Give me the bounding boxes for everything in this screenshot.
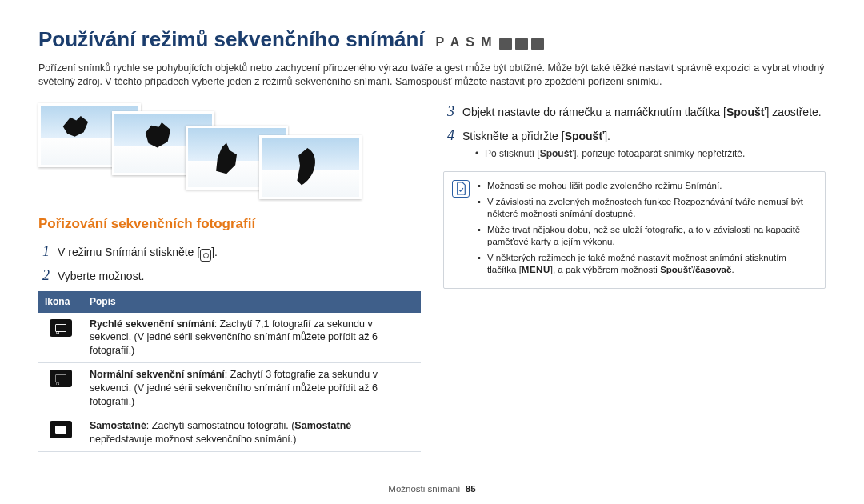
modes-table: Ikona Popis H Rychlé sekvenční snímání: … [38, 291, 421, 451]
footer-section-label: Možnosti snímání [388, 484, 460, 494]
step-text: V režimu Snímání stiskněte [ [58, 246, 200, 258]
burst-illustration [38, 103, 421, 199]
step-text: Vyberte možnost. [58, 269, 421, 284]
single-shot-icon [50, 421, 72, 438]
table-header-icon: Ikona [38, 291, 83, 312]
table-row: N Normální sekvenční snímání: Zachytí 3 … [38, 363, 421, 414]
note-item: Může trvat nějakou dobu, než se uloží fo… [478, 224, 815, 249]
shutter-key-label: Spoušť [726, 106, 766, 118]
mode-icon [515, 38, 528, 50]
step-1: 1 V režimu Snímání stiskněte []. [38, 242, 421, 261]
shutter-key-label: Spoušť [565, 130, 605, 142]
note-list: Možnosti se mohou lišit podle zvoleného … [478, 180, 815, 280]
step-text: Stiskněte a přidržte [ [462, 130, 565, 142]
step-number: 4 [443, 126, 454, 145]
section-heading: Pořizování sekvenčních fotografií [38, 215, 421, 234]
continuous-high-icon: H [50, 319, 72, 337]
mode-indicator: P A S M [436, 34, 545, 51]
note-item: V závislosti na zvolených možnostech fun… [478, 196, 815, 221]
mode-icon [499, 38, 512, 50]
note-icon [452, 180, 470, 198]
step-3: 3 Objekt nastavte do rámečku a namáčknut… [443, 102, 826, 121]
note-item: V některých režimech je také možné nasta… [478, 252, 815, 277]
table-cell-desc: Rychlé sekvenční snímání: Zachytí 7,1 fo… [83, 313, 421, 363]
step-number: 3 [443, 102, 454, 121]
table-cell-desc: Normální sekvenční snímání: Zachytí 3 fo… [83, 363, 421, 414]
burst-frame [259, 135, 362, 199]
step-text: Objekt nastavte do rámečku a namáčknutím… [462, 106, 726, 118]
page-title: Používání režimů sekvenčního snímání [38, 26, 425, 54]
step-text: ]. [211, 246, 218, 258]
step-4: 4 Stiskněte a přidržte [Spoušť]. Po stis… [443, 126, 826, 160]
mode-icons-group [499, 38, 544, 50]
table-row: Samostatné: Zachytí samostatnou fotograf… [38, 414, 421, 451]
note-item: Možnosti se mohou lišit podle zvoleného … [478, 180, 815, 193]
table-row: H Rychlé sekvenční snímání: Zachytí 7,1 … [38, 313, 421, 363]
table-cell-desc: Samostatné: Zachytí samostatnou fotograf… [83, 414, 421, 451]
drive-mode-icon [200, 249, 211, 262]
menu-key-label: MENU [522, 264, 550, 277]
mode-letters: P A S M [436, 35, 494, 49]
step-2: 2 Vyberte možnost. [38, 266, 421, 285]
step-sub-bullet: Po stisknutí [Spoušť], pořizuje fotoapar… [462, 147, 826, 160]
mode-icon [531, 38, 544, 50]
step-text: ]. [604, 130, 610, 142]
page-number: 85 [466, 484, 476, 494]
continuous-normal-icon: N [50, 370, 72, 387]
intro-paragraph: Pořízení snímků rychle se pohybujících o… [38, 62, 826, 89]
note-box: Možnosti se mohou lišit podle zvoleného … [443, 171, 826, 289]
page-footer: Možnosti snímání 85 [0, 483, 864, 496]
step-text: ] zaostřete. [766, 106, 821, 118]
step-number: 2 [38, 266, 50, 285]
step-number: 1 [38, 242, 50, 261]
table-header-desc: Popis [83, 291, 421, 312]
